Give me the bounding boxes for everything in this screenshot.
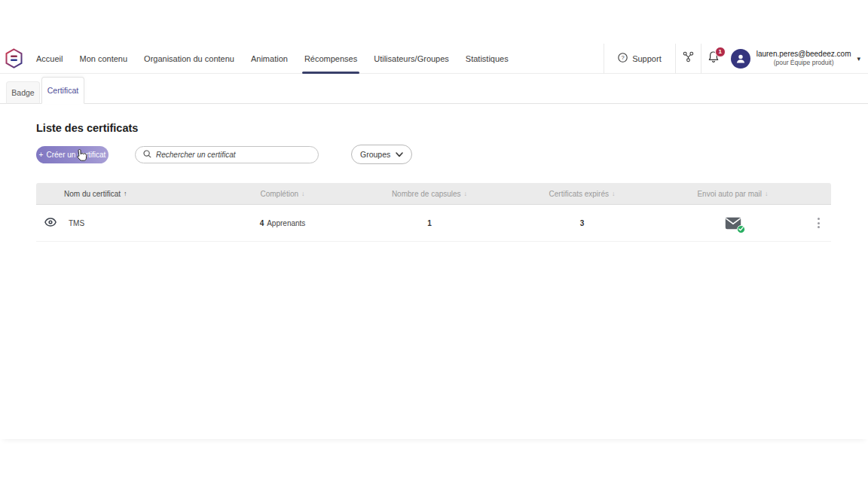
column-label: Certificats expirés [549, 190, 609, 198]
column-header-completion[interactable]: Complétion ↓ [211, 190, 354, 198]
completion-count: 4 [260, 219, 264, 227]
sort-asc-icon: ↑ [124, 190, 127, 197]
toolbar: + Créer un certificat Groupes [36, 145, 412, 164]
cell-mail-auto [659, 217, 806, 230]
tab-certificat[interactable]: Certificat [41, 77, 84, 104]
create-certificate-button[interactable]: + Créer un certificat [36, 146, 108, 163]
user-email: lauren.peres@beedeez.com [756, 50, 851, 59]
question-circle-icon: ? [618, 53, 628, 64]
cell-capsules: 1 [354, 219, 505, 227]
sort-desc-icon: ↓ [765, 190, 769, 197]
cell-actions [806, 212, 831, 234]
notifications-button[interactable]: 1 [701, 44, 726, 74]
column-header-nombre-de-capsules[interactable]: Nombre de capsules ↓ [354, 190, 505, 198]
notification-count-badge: 1 [715, 47, 726, 57]
column-header-certificats-expires[interactable]: Certificats expirés ↓ [505, 190, 659, 198]
column-label: Nom du certificat [64, 190, 121, 198]
create-certificate-label: Créer un certificat [46, 151, 105, 159]
user-avatar-icon [731, 49, 750, 69]
column-label: Nombre de capsules [392, 190, 461, 198]
chevron-down-icon [396, 150, 403, 159]
network-share-icon [683, 51, 694, 66]
cell-expired: 3 [505, 219, 659, 227]
nav-item-utilisateurs-groupes[interactable]: Utilisateurs/Groupes [365, 44, 457, 73]
sort-desc-icon: ↓ [612, 190, 616, 197]
groups-filter-dropdown[interactable]: Groupes [351, 145, 412, 164]
nav-item-mon-contenu[interactable]: Mon contenu [71, 44, 136, 73]
table-row[interactable]: TMS 4 Apprenants 1 3 [36, 205, 831, 242]
kebab-menu-icon[interactable] [811, 212, 827, 234]
certificates-table: Nom du certificat ↑ Complétion ↓ Nombre … [36, 183, 831, 242]
sort-desc-icon: ↓ [464, 190, 468, 197]
tab-bar: Badge Certificat [0, 74, 868, 104]
topbar-spacer [517, 44, 604, 73]
certificate-name: TMS [69, 219, 84, 227]
search-box [135, 146, 319, 163]
nav-item-accueil[interactable]: Accueil [28, 44, 71, 73]
mail-auto-icon[interactable] [725, 217, 741, 230]
top-navigation-bar: Accueil Mon contenu Organisation du cont… [0, 44, 868, 74]
network-share-button[interactable] [676, 44, 701, 74]
nav-item-animation[interactable]: Animation [243, 44, 296, 73]
nav-item-recompenses[interactable]: Récompenses [296, 44, 365, 73]
certificates-panel: Liste des certificats + Créer un certifi… [0, 105, 868, 439]
sort-desc-icon: ↓ [301, 190, 305, 197]
eye-icon [44, 218, 57, 228]
cell-completion: 4 Apprenants [211, 219, 354, 227]
table-header-row: Nom du certificat ↑ Complétion ↓ Nombre … [36, 183, 831, 205]
check-icon [737, 225, 745, 233]
search-icon [143, 148, 151, 161]
column-label: Complétion [260, 190, 298, 198]
svg-text:?: ? [622, 54, 625, 61]
user-subtitle: (pour Équipe produit) [756, 59, 851, 67]
capsules-count: 1 [427, 219, 432, 227]
completion-label: Apprenants [267, 219, 305, 227]
page-title: Liste des certificats [36, 122, 138, 134]
view-certificate-button[interactable] [42, 215, 59, 231]
user-info: lauren.peres@beedeez.com (pour Équipe pr… [756, 50, 851, 67]
column-header-envoi-auto-par-mail[interactable]: Envoi auto par mail ↓ [659, 190, 806, 198]
user-menu[interactable]: lauren.peres@beedeez.com (pour Équipe pr… [726, 49, 868, 69]
cell-certificate-name: TMS [36, 215, 211, 231]
search-certificate-input[interactable] [156, 151, 310, 159]
column-header-nom-du-certificat[interactable]: Nom du certificat ↑ [36, 190, 211, 198]
beedeez-logo[interactable] [0, 44, 28, 73]
groups-label: Groupes [360, 150, 390, 159]
plus-icon: + [39, 151, 44, 159]
column-label: Envoi auto par mail [697, 190, 762, 198]
nav-item-organisation-du-contenu[interactable]: Organisation du contenu [136, 44, 243, 73]
nav-item-statistiques[interactable]: Statistiques [457, 44, 517, 73]
main-nav: Accueil Mon contenu Organisation du cont… [28, 44, 517, 73]
support-label: Support [632, 54, 662, 63]
chevron-down-icon: ▾ [857, 55, 860, 63]
tab-badge[interactable]: Badge [6, 81, 40, 104]
support-button[interactable]: ? Support [604, 44, 675, 74]
expired-count: 3 [580, 219, 585, 227]
topbar-right: ? Support 1 [604, 44, 868, 73]
